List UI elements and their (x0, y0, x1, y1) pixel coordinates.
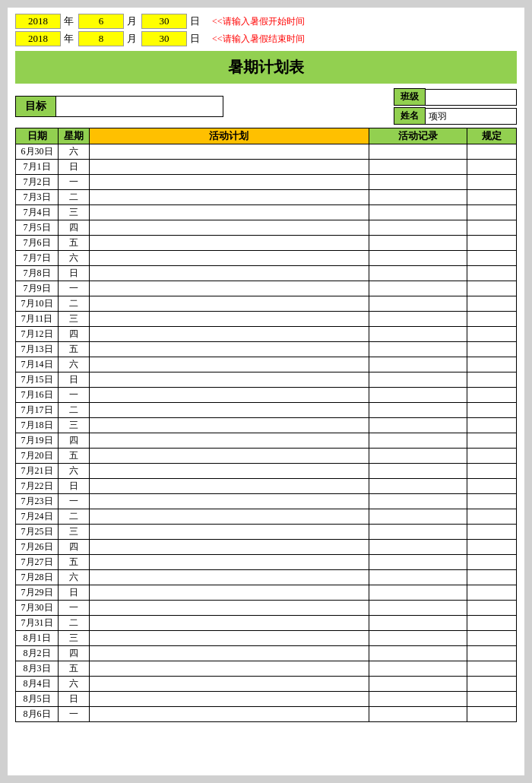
cell-rule[interactable] (467, 175, 517, 190)
cell-rule[interactable] (467, 449, 517, 464)
cell-record[interactable] (369, 707, 467, 722)
cell-rule[interactable] (467, 479, 517, 494)
cell-record[interactable] (369, 418, 467, 433)
cell-rule[interactable] (467, 190, 517, 205)
cell-record[interactable] (369, 555, 467, 570)
cell-record[interactable] (369, 175, 467, 190)
cell-record[interactable] (369, 403, 467, 418)
cell-rule[interactable] (467, 144, 517, 160)
cell-rule[interactable] (467, 464, 517, 479)
cell-record[interactable] (369, 585, 467, 601)
cell-rule[interactable] (467, 677, 517, 692)
cell-record[interactable] (369, 525, 467, 540)
cell-plan[interactable] (90, 616, 369, 631)
cell-rule[interactable] (467, 433, 517, 449)
start-day[interactable]: 30 (141, 14, 187, 29)
cell-record[interactable] (369, 661, 467, 677)
cell-record[interactable] (369, 464, 467, 479)
cell-plan[interactable] (90, 601, 369, 616)
cell-rule[interactable] (467, 692, 517, 707)
cell-record[interactable] (369, 692, 467, 707)
cell-plan[interactable] (90, 236, 369, 251)
cell-record[interactable] (369, 266, 467, 281)
cell-rule[interactable] (467, 205, 517, 220)
cell-plan[interactable] (90, 266, 369, 281)
cell-rule[interactable] (467, 540, 517, 555)
cell-rule[interactable] (467, 418, 517, 433)
cell-record[interactable] (369, 236, 467, 251)
cell-rule[interactable] (467, 585, 517, 601)
cell-record[interactable] (369, 342, 467, 357)
cell-rule[interactable] (467, 403, 517, 418)
cell-plan[interactable] (90, 281, 369, 296)
cell-rule[interactable] (467, 372, 517, 388)
cell-rule[interactable] (467, 220, 517, 236)
cell-rule[interactable] (467, 266, 517, 281)
cell-record[interactable] (369, 570, 467, 585)
cell-record[interactable] (369, 388, 467, 403)
cell-rule[interactable] (467, 236, 517, 251)
cell-plan[interactable] (90, 175, 369, 190)
end-month[interactable]: 8 (78, 31, 124, 46)
cell-rule[interactable] (467, 707, 517, 722)
cell-rule[interactable] (467, 494, 517, 509)
cell-record[interactable] (369, 220, 467, 236)
cell-record[interactable] (369, 251, 467, 266)
cell-rule[interactable] (467, 281, 517, 296)
cell-record[interactable] (369, 160, 467, 175)
cell-plan[interactable] (90, 296, 369, 312)
cell-rule[interactable] (467, 327, 517, 342)
cell-rule[interactable] (467, 631, 517, 646)
class-value[interactable] (426, 89, 517, 106)
cell-record[interactable] (369, 312, 467, 327)
cell-rule[interactable] (467, 525, 517, 540)
cell-plan[interactable] (90, 403, 369, 418)
cell-plan[interactable] (90, 205, 369, 220)
cell-rule[interactable] (467, 661, 517, 677)
cell-record[interactable] (369, 479, 467, 494)
cell-record[interactable] (369, 449, 467, 464)
cell-rule[interactable] (467, 646, 517, 661)
cell-rule[interactable] (467, 388, 517, 403)
cell-plan[interactable] (90, 525, 369, 540)
cell-plan[interactable] (90, 342, 369, 357)
cell-plan[interactable] (90, 327, 369, 342)
cell-record[interactable] (369, 190, 467, 205)
cell-plan[interactable] (90, 555, 369, 570)
cell-plan[interactable] (90, 464, 369, 479)
cell-rule[interactable] (467, 555, 517, 570)
cell-record[interactable] (369, 509, 467, 525)
cell-plan[interactable] (90, 631, 369, 646)
cell-rule[interactable] (467, 342, 517, 357)
cell-record[interactable] (369, 540, 467, 555)
cell-record[interactable] (369, 357, 467, 372)
cell-record[interactable] (369, 327, 467, 342)
cell-plan[interactable] (90, 661, 369, 677)
cell-plan[interactable] (90, 144, 369, 160)
cell-record[interactable] (369, 677, 467, 692)
cell-rule[interactable] (467, 509, 517, 525)
cell-plan[interactable] (90, 509, 369, 525)
cell-plan[interactable] (90, 585, 369, 601)
cell-plan[interactable] (90, 570, 369, 585)
cell-rule[interactable] (467, 357, 517, 372)
cell-plan[interactable] (90, 418, 369, 433)
cell-plan[interactable] (90, 540, 369, 555)
cell-rule[interactable] (467, 251, 517, 266)
start-year[interactable]: 2018 (15, 14, 61, 29)
cell-rule[interactable] (467, 601, 517, 616)
cell-rule[interactable] (467, 616, 517, 631)
cell-record[interactable] (369, 601, 467, 616)
cell-plan[interactable] (90, 449, 369, 464)
goal-input[interactable] (56, 96, 223, 117)
end-year[interactable]: 2018 (15, 31, 61, 46)
cell-record[interactable] (369, 631, 467, 646)
cell-plan[interactable] (90, 646, 369, 661)
cell-record[interactable] (369, 646, 467, 661)
cell-plan[interactable] (90, 494, 369, 509)
cell-record[interactable] (369, 372, 467, 388)
cell-plan[interactable] (90, 312, 369, 327)
name-value[interactable]: 项羽 (426, 108, 517, 125)
cell-plan[interactable] (90, 357, 369, 372)
cell-plan[interactable] (90, 479, 369, 494)
